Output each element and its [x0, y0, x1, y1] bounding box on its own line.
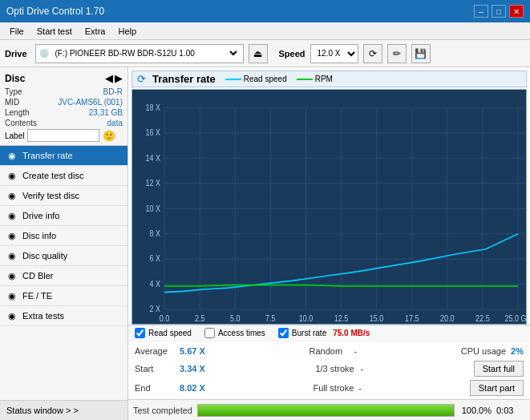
one-third-stat: 1/3 stroke - [315, 362, 363, 375]
random-value: - [354, 346, 357, 356]
disc-mid-row: MID JVC-AMS6L (001) [5, 98, 123, 107]
svg-text:15.0: 15.0 [370, 313, 384, 323]
average-label: Average [135, 346, 175, 356]
burst-rate-value: 75.0 MB/s [333, 329, 370, 337]
create-test-disc-icon: ◉ [6, 170, 18, 181]
label-smiley-icon[interactable]: 🙂 [103, 130, 115, 142]
access-times-checkbox[interactable] [204, 328, 215, 338]
drive-disc-icon: 💿 [39, 49, 49, 58]
speed-dropdown[interactable]: 12.0 X [310, 44, 358, 63]
disc-length-row: Length 23,31 GB [5, 108, 123, 117]
type-value: BD-R [103, 87, 123, 96]
menu-file[interactable]: File [3, 25, 30, 38]
label-input[interactable] [27, 129, 99, 142]
chart-container: ⟳ Transfer rate Read speed RPM [128, 67, 530, 325]
svg-text:25.0 GB: 25.0 GB [504, 313, 526, 323]
svg-text:0.0: 0.0 [160, 313, 170, 323]
menu-bar: File Start test Extra Help [0, 22, 530, 40]
sidebar-item-disc-quality[interactable]: ◉ Disc quality [0, 246, 127, 266]
legend-read-speed-label: Read speed [244, 75, 287, 83]
drive-select-container[interactable]: 💿 (F:) PIONEER BD-RW BDR-S12U 1.00 [35, 44, 244, 63]
full-stroke-value: - [358, 383, 362, 393]
title-bar: Opti Drive Control 1.70 – □ ✕ [0, 0, 530, 22]
eject-button[interactable]: ⏏ [249, 44, 268, 63]
stats-row-3: End 8.02 X Full stroke - Start part [135, 378, 524, 398]
drive-dropdown[interactable]: (F:) PIONEER BD-RW BDR-S12U 1.00 [52, 48, 240, 59]
start-value: 3.34 X [180, 364, 205, 374]
main-layout: Disc ◀ ▶ Type BD-R MID JVC-AMS6L (001) L… [0, 67, 530, 420]
menu-extra[interactable]: Extra [79, 25, 112, 38]
full-stroke-stat: Full stroke - [314, 382, 362, 394]
chart-area: 18 X 16 X 14 X 12 X 10 X 8 X 6 X 4 X 2 X… [131, 89, 527, 325]
sidebar-item-verify-test-disc[interactable]: ◉ Verify test disc [0, 186, 127, 206]
sidebar-item-drive-info[interactable]: ◉ Drive info [0, 206, 127, 226]
disc-settings-icon: ▶ [115, 72, 123, 84]
extra-tests-label: Extra tests [22, 311, 64, 321]
drive-label: Drive [5, 49, 27, 59]
start-part-button[interactable]: Start part [470, 380, 524, 396]
sidebar-item-fe-te[interactable]: ◉ FE / TE [0, 286, 127, 306]
start-stat: Start 3.34 X [135, 362, 205, 375]
length-value: 23,31 GB [89, 108, 123, 117]
chart-title: Transfer rate [152, 73, 216, 85]
refresh-button[interactable]: ⟳ [363, 44, 382, 63]
disc-info-icon: ◉ [6, 230, 18, 241]
window-controls: – □ ✕ [474, 5, 524, 18]
svg-text:20.0: 20.0 [440, 313, 455, 323]
content-area: ⟳ Transfer rate Read speed RPM [128, 67, 530, 420]
edit-button[interactable]: ✏ [387, 44, 407, 63]
read-speed-checkbox[interactable] [135, 328, 145, 338]
fe-te-label: FE / TE [22, 291, 52, 301]
burst-rate-checkbox[interactable] [278, 328, 289, 338]
drive-info-icon: ◉ [6, 210, 18, 221]
drive-toolbar: Drive 💿 (F:) PIONEER BD-RW BDR-S12U 1.00… [0, 40, 530, 67]
menu-start-test[interactable]: Start test [30, 25, 79, 38]
chart-svg: 18 X 16 X 14 X 12 X 10 X 8 X 6 X 4 X 2 X… [132, 90, 526, 324]
disc-arrow-icon: ◀ [105, 72, 113, 84]
cd-bler-label: CD Bler [22, 271, 54, 281]
sidebar: Disc ◀ ▶ Type BD-R MID JVC-AMS6L (001) L… [0, 67, 128, 420]
read-speed-checkbox-item[interactable]: Read speed [135, 328, 192, 338]
svg-text:14 X: 14 X [146, 153, 161, 163]
minimize-button[interactable]: – [474, 5, 488, 18]
chart-legend: Read speed RPM [225, 75, 333, 83]
svg-text:16 X: 16 X [146, 128, 161, 138]
save-button[interactable]: 💾 [411, 44, 431, 63]
legend-rpm-color [297, 79, 313, 80]
progress-bar-fill [198, 405, 454, 416]
svg-rect-0 [132, 90, 526, 324]
svg-text:2 X: 2 X [150, 305, 161, 314]
sidebar-item-disc-info[interactable]: ◉ Disc info [0, 226, 127, 246]
chart-header: ⟳ Transfer rate Read speed RPM [131, 71, 527, 87]
burst-rate-checkbox-item[interactable]: Burst rate 75.0 MB/s [278, 328, 370, 338]
stats-row-1: Average 5.67 X Random - CPU usage 2% [135, 343, 524, 359]
svg-text:12 X: 12 X [146, 179, 161, 188]
maximize-button[interactable]: □ [492, 5, 506, 18]
mid-value: JVC-AMS6L (001) [58, 98, 123, 107]
label-text: Label [5, 131, 24, 140]
svg-text:4 X: 4 X [150, 279, 161, 289]
access-times-checkbox-item[interactable]: Access times [204, 328, 265, 338]
sidebar-item-cd-bler[interactable]: ◉ CD Bler [0, 266, 127, 286]
cpu-stat: CPU usage 2% [461, 345, 524, 357]
menu-help[interactable]: Help [111, 25, 143, 38]
sidebar-item-extra-tests[interactable]: ◉ Extra tests [0, 306, 127, 326]
svg-text:22.5: 22.5 [475, 313, 490, 323]
stats-area: Read speed Access times Burst rate 75.0 … [128, 325, 530, 399]
one-third-label: 1/3 stroke [315, 364, 355, 374]
disc-panel-title: Disc [5, 73, 25, 84]
contents-label: Contents [5, 119, 37, 127]
svg-text:2.5: 2.5 [195, 313, 205, 323]
progress-area: Test completed 100.0% 0:03 [128, 399, 530, 420]
progress-time: 0:03 [496, 406, 525, 415]
read-speed-checkbox-label: Read speed [148, 329, 192, 337]
average-stat: Average 5.67 X [135, 345, 205, 357]
random-stat: Random - [309, 345, 357, 357]
start-full-button[interactable]: Start full [474, 361, 524, 377]
sidebar-item-create-test-disc[interactable]: ◉ Create test disc [0, 166, 127, 186]
nav-items: ◉ Transfer rate ◉ Create test disc ◉ Ver… [0, 146, 127, 400]
close-button[interactable]: ✕ [509, 5, 524, 18]
sidebar-item-transfer-rate[interactable]: ◉ Transfer rate [0, 146, 127, 166]
svg-text:5.0: 5.0 [230, 313, 241, 323]
status-window-button[interactable]: Status window > > [0, 400, 127, 420]
